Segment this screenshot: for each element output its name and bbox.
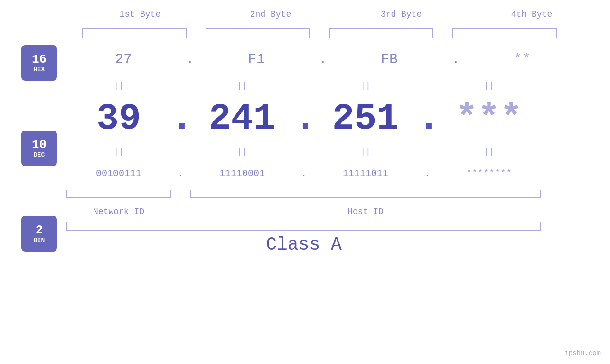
hex-b4: ** [470, 52, 574, 66]
dec-b1: 39 [66, 98, 171, 140]
bin-dot-2: . [294, 168, 313, 179]
bin-name: BIN [34, 237, 45, 244]
dec-b3: 251 [313, 98, 418, 140]
class-bracket [66, 222, 541, 231]
top-bracket-3 [329, 28, 433, 38]
eq2-b1: || [66, 147, 171, 157]
top-bracket-4 [452, 28, 557, 38]
site-label: ipshu.com [564, 349, 601, 357]
bin-number: 2 [36, 224, 43, 237]
byte1-header: 1st Byte [93, 9, 188, 19]
hex-dot-3: . [446, 51, 465, 67]
bin-dot-1: . [171, 168, 190, 179]
dec-b2: 241 [190, 98, 294, 140]
dec-dot-1: . [171, 98, 190, 140]
eq1-b2: || [190, 81, 294, 90]
dec-dot-3: . [418, 98, 437, 140]
hex-name: HEX [34, 66, 45, 73]
bin-b3: 11111011 [313, 168, 418, 179]
dec-number: 10 [32, 138, 47, 152]
byte3-header: 3rd Byte [354, 9, 449, 19]
eq2-b3: || [313, 147, 418, 157]
dec-dot-2: . [294, 98, 313, 140]
eq1-b4: || [437, 81, 541, 90]
bin-values-row: 00100111 . 11110001 . 11111011 . *******… [66, 159, 610, 187]
dec-values-row: 39 . 241 . 251 . *** [66, 93, 610, 145]
bin-b2: 11110001 [190, 168, 294, 179]
byte-headers-row: 1st Byte 2nd Byte 3rd Byte 4th Byte [75, 9, 597, 19]
dec-b4: *** [437, 98, 541, 140]
hex-values-row: 27 . F1 . FB . ** [66, 40, 610, 78]
top-bracket-2 [206, 28, 310, 38]
hex-badge: 16 HEX [21, 45, 57, 81]
class-bracket-row [66, 222, 610, 231]
dec-badge: 10 DEC [21, 131, 57, 166]
dec-name: DEC [34, 152, 45, 159]
page-container: 1st Byte 2nd Byte 3rd Byte 4th Byte 16 H… [0, 0, 610, 364]
network-id-label: Network ID [66, 207, 171, 216]
byte4-header: 4th Byte [484, 9, 579, 19]
bottom-bracket-1 [66, 190, 171, 198]
eq1-b3: || [313, 81, 418, 90]
host-id-label: Host ID [190, 207, 541, 216]
hex-dot-2: . [313, 51, 332, 67]
hex-dot-1: . [180, 51, 199, 67]
hex-b3: FB [337, 52, 441, 66]
hex-b2: F1 [204, 52, 309, 66]
eq2-b4: || [437, 147, 541, 157]
equals-row-2: || || || || [66, 145, 610, 159]
equals-row-1: || || || || [66, 78, 610, 93]
bin-badge: 2 BIN [21, 216, 57, 252]
bin-b4: ******** [437, 168, 541, 179]
hex-number: 16 [32, 53, 47, 66]
class-label: Class A [66, 234, 541, 255]
top-bracket-1 [82, 28, 187, 38]
hex-b1: 27 [71, 52, 176, 66]
bottom-brackets-row [66, 190, 610, 202]
bin-dot-3: . [418, 168, 437, 179]
bottom-bracket-234 [190, 190, 541, 198]
byte2-header: 2nd Byte [223, 9, 318, 19]
eq1-b1: || [66, 81, 171, 90]
id-labels-row: Network ID Host ID [66, 203, 610, 220]
bin-b1: 00100111 [66, 168, 171, 179]
eq2-b2: || [190, 147, 294, 157]
